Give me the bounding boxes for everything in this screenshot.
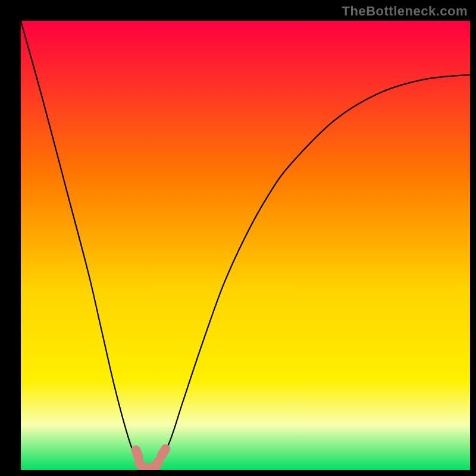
- chart-svg: [21, 21, 470, 470]
- chart-plot-area: [21, 21, 470, 470]
- chart-background: [21, 21, 470, 470]
- watermark-text: TheBottleneck.com: [342, 4, 468, 19]
